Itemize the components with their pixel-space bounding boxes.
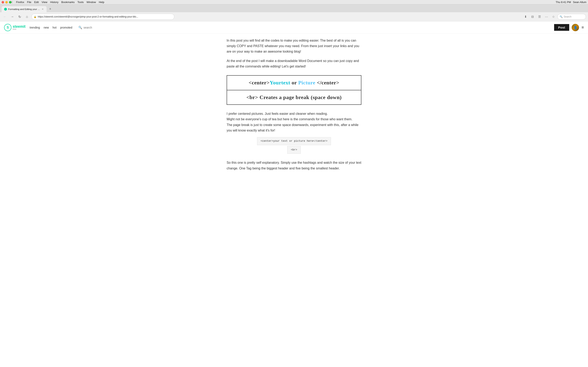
nav-promoted[interactable]: promoted bbox=[60, 25, 72, 30]
bookmarks-menu[interactable]: Bookmarks bbox=[61, 1, 75, 4]
fullscreen-button[interactable] bbox=[9, 1, 11, 3]
code-row-center: <center>Yourtext or Picture </center> bbox=[227, 76, 361, 90]
active-tab[interactable]: Formatting and Editing your Blo... ✕ bbox=[2, 6, 47, 12]
view-menu[interactable]: View bbox=[42, 1, 47, 4]
steemit-beta-label: beta bbox=[13, 28, 26, 30]
security-icon: 🔒 bbox=[34, 16, 36, 18]
minimize-button[interactable] bbox=[5, 1, 8, 3]
firefox-menu[interactable]: Firefox bbox=[16, 1, 24, 4]
nav-search-input[interactable] bbox=[84, 26, 100, 29]
nav-search-icon: 🔍 bbox=[78, 26, 82, 29]
search-placeholder: Search bbox=[564, 15, 571, 18]
help-menu[interactable]: Help bbox=[99, 1, 104, 4]
new-tab-button[interactable]: + bbox=[47, 6, 53, 12]
back-button[interactable]: ← bbox=[2, 14, 8, 20]
steemit-logo-icon: S bbox=[4, 24, 11, 31]
more-options-icon[interactable]: ⋯ bbox=[544, 14, 549, 20]
bookmarks-library-icon[interactable]: ⊟ bbox=[530, 14, 535, 20]
code-yourtext: Yourtext bbox=[270, 80, 290, 86]
preference-line2: Might not be everyone's cup of tea but h… bbox=[227, 117, 352, 121]
code-snippet-1: <center>your text or picture here</cente… bbox=[257, 137, 331, 145]
address-bar[interactable]: 🔒 https://steemit.com/steemit/@scrooger/… bbox=[31, 14, 174, 20]
forward-button[interactable]: → bbox=[9, 14, 15, 20]
intro-paragraph-2: At the end of the post I will make a dow… bbox=[227, 58, 361, 69]
clock: Thu 8:41 PM bbox=[556, 1, 571, 4]
address-bar-row: ← → ↻ ⌂ 🔒 https://steemit.com/steemit/@s… bbox=[0, 12, 588, 21]
preference-paragraph: I prefer centered pictures. Just feels e… bbox=[227, 111, 361, 133]
file-menu[interactable]: File bbox=[27, 1, 31, 4]
steemit-logo-text: steemit beta bbox=[13, 25, 26, 30]
window-menu[interactable]: Window bbox=[86, 1, 96, 4]
avatar[interactable]: 👤 bbox=[572, 24, 579, 31]
code-snippet-2: <br> bbox=[287, 146, 301, 154]
traffic-lights[interactable] bbox=[2, 1, 11, 3]
nav-trending[interactable]: trending bbox=[30, 25, 40, 30]
home-button[interactable]: ⌂ bbox=[24, 14, 30, 20]
code-row-br: <br> Creates a page break (space down) bbox=[227, 90, 361, 105]
tools-menu[interactable]: Tools bbox=[77, 1, 84, 4]
code-snippet-area: <center>your text or picture here</cente… bbox=[227, 137, 361, 154]
nav-search[interactable]: 🔍 bbox=[78, 26, 100, 29]
history-menu[interactable]: History bbox=[50, 1, 58, 4]
steemit-name: steemit bbox=[13, 25, 26, 28]
hashtag-paragraph: So this one is pretty self explanatory. … bbox=[227, 160, 361, 171]
close-button[interactable] bbox=[2, 1, 4, 3]
code-center-post: </center> bbox=[315, 80, 339, 86]
tab-close-button[interactable]: ✕ bbox=[41, 8, 44, 11]
search-icon: 🔍 bbox=[560, 15, 563, 18]
apple-menu[interactable]:  bbox=[11, 1, 12, 4]
menu-bar:  Firefox File Edit View History Bookmar… bbox=[11, 1, 586, 4]
post-button[interactable]: Post bbox=[554, 24, 570, 31]
main-content: In this post you will find all the codes… bbox=[223, 34, 365, 183]
system-tray: Thu 8:41 PM Sean Allum bbox=[556, 1, 586, 4]
reader-view-icon[interactable]: ☰ bbox=[536, 14, 542, 20]
nav-right: Post 👤 ≡ bbox=[554, 24, 584, 31]
edit-menu[interactable]: Edit bbox=[34, 1, 39, 4]
nav-hot[interactable]: hot bbox=[52, 25, 56, 30]
username: Sean Allum bbox=[573, 1, 586, 4]
preference-line3: The page break is just to create some sp… bbox=[227, 123, 359, 132]
reload-button[interactable]: ↻ bbox=[17, 14, 22, 20]
browser-search-box[interactable]: 🔍 Search bbox=[557, 14, 586, 20]
code-picture: Picture bbox=[298, 80, 315, 86]
hamburger-menu-button[interactable]: ≡ bbox=[581, 25, 584, 30]
tab-bar: Formatting and Editing your Blo... ✕ + bbox=[0, 4, 588, 12]
url-display: https://steemit.com/steemit/@scrooger/pi… bbox=[38, 15, 172, 18]
tab-favicon bbox=[4, 8, 7, 11]
nav-new[interactable]: new bbox=[44, 25, 49, 30]
download-icon[interactable]: ⬇ bbox=[523, 14, 528, 20]
code-demo-box: <center>Yourtext or Picture </center> <b… bbox=[227, 75, 361, 105]
steemit-nav: S steemit beta trending new hot promoted… bbox=[0, 21, 588, 34]
bookmark-icon[interactable]: ☆ bbox=[550, 14, 556, 20]
titlebar:  Firefox File Edit View History Bookmar… bbox=[0, 0, 588, 4]
browser-toolbar-right: ⬇ ⊟ ☰ ⋯ ☆ 🔍 Search bbox=[523, 14, 586, 20]
tab-title: Formatting and Editing your Blo... bbox=[8, 8, 40, 10]
code-center-pre: <center> bbox=[249, 80, 270, 86]
intro-paragraph-1: In this post you will find all the codes… bbox=[227, 38, 361, 54]
preference-line1: I prefer centered pictures. Just feels e… bbox=[227, 112, 328, 115]
code-or: or bbox=[290, 80, 298, 86]
steemit-logo[interactable]: S steemit beta bbox=[4, 24, 26, 31]
nav-links: trending new hot promoted bbox=[30, 25, 72, 30]
browser-chrome: Formatting and Editing your Blo... ✕ + ←… bbox=[0, 4, 588, 21]
